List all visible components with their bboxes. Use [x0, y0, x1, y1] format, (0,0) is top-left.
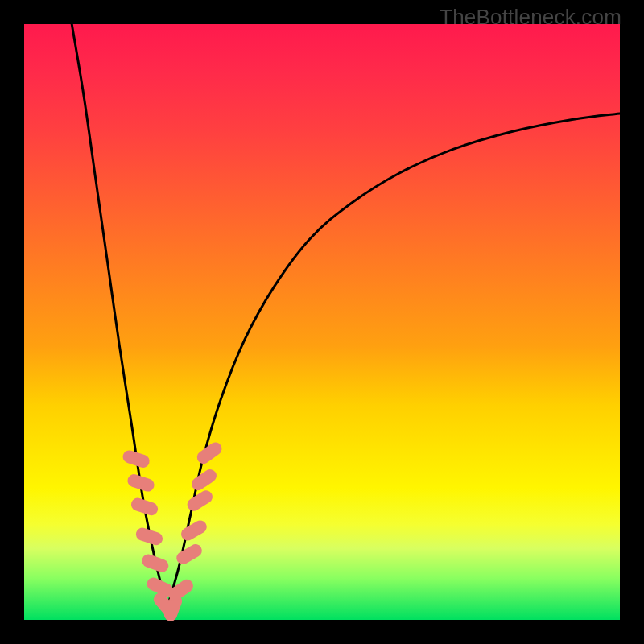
- markers-layer: [121, 440, 224, 623]
- svg-rect-13: [195, 440, 225, 466]
- svg-rect-10: [179, 518, 208, 543]
- chart-frame: TheBottleneck.com: [0, 0, 644, 644]
- curve-left-curve: [72, 24, 167, 608]
- curves-layer: [72, 24, 620, 608]
- curve-marker: [195, 440, 225, 466]
- watermark-text: TheBottleneck.com: [440, 5, 621, 30]
- curve-marker: [189, 467, 219, 493]
- svg-rect-11: [185, 488, 215, 514]
- chart-svg: [24, 24, 620, 620]
- curve-marker: [185, 488, 215, 514]
- curve-right-curve: [167, 114, 620, 608]
- svg-rect-12: [189, 467, 219, 493]
- curve-marker: [179, 518, 208, 543]
- chart-plot-area: [24, 24, 620, 620]
